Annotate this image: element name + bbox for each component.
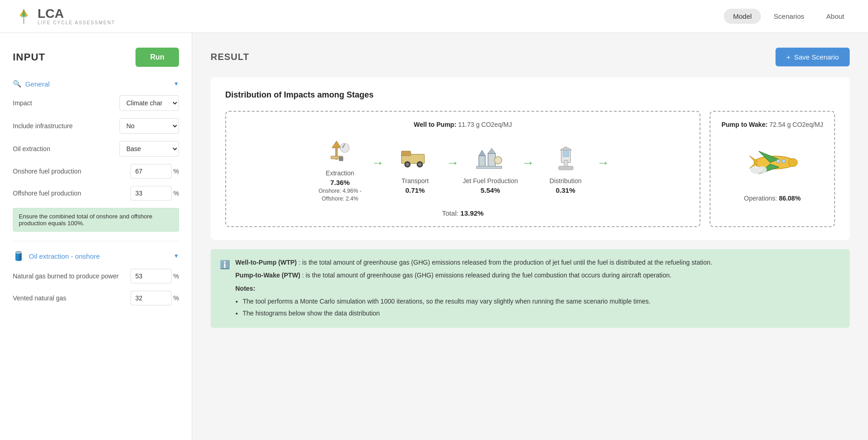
offshore-fuel-input[interactable] [130,186,172,201]
logo-text: LCA LIFE CYCLE ASSESSMENT [38,7,115,25]
oil-extraction-label: Oil extraction [13,145,119,152]
nav-model[interactable]: Model [724,9,761,24]
offshore-fuel-row: Offshore fuel production % [13,186,179,201]
notes-heading: Notes: [235,285,255,292]
arrow-1: → [371,156,384,170]
extraction-stage: Extraction 7.36% Onshore: 4.96% - Offsho… [313,137,368,202]
left-panel: INPUT Run 🔍 General ▼ Impact Climate cha… [0,33,192,440]
ptw-title: Pump to Wake: 72.54 g CO2eq/MJ [722,121,823,128]
total-row: Total: 13.92% [442,209,484,217]
extraction-sub1: Onshore: 4.96% - [319,188,362,194]
onshore-section-left: 🛢️ Oil extraction - onshore [13,250,100,261]
ptw-def-label: Pump-to-Wake (PTW) [235,272,300,279]
arrow-4: → [597,156,609,170]
note-1: The tool performs a Monte Carlo simulati… [243,296,712,306]
result-header: RESULT + Save Scenario [211,48,850,66]
jet-fuel-name: Jet Fuel Production [463,177,518,185]
onshore-fuel-label: Onshore fuel production [13,168,130,175]
vented-gas-row: Vented natural gas % [13,291,179,305]
plus-icon: + [787,53,791,61]
nav-scenarios[interactable]: Scenarios [765,9,814,24]
natural-gas-input[interactable] [130,269,172,283]
logo-subtitle-text: LIFE CYCLE ASSESSMENT [38,20,115,25]
ptw-label: Pump to Wake: [722,121,768,128]
total-value: 13.92% [461,209,484,217]
svg-rect-10 [401,151,411,156]
jet-fuel-icon [474,145,506,173]
extraction-name: Extraction [326,169,354,177]
nav-about[interactable]: About [817,9,853,24]
extraction-sub2: Offshore: 2.4% [322,196,358,202]
lca-logo-icon [15,7,33,26]
wtp-def-label: Well-to-Pump (WTP) [235,259,297,266]
jet-fuel-stage: Jet Fuel Production 5.54% [463,145,518,194]
app-header: LCA LIFE CYCLE ASSESSMENT Model Scenario… [0,0,868,33]
logo: LCA LIFE CYCLE ASSESSMENT [15,7,115,26]
oil-extraction-select[interactable]: Base [119,141,179,157]
svg-marker-18 [488,148,495,153]
svg-point-20 [494,157,502,164]
impact-label: Impact [13,99,119,107]
onshore-chevron-icon: ▼ [174,253,179,259]
total-label: Total: [442,209,459,217]
info-box: ℹ️ Well-to-Pump (WTP) : is the total amo… [211,249,850,328]
ptw-def-paragraph: Pump-to-Wake (PTW) : is the total amount… [235,270,712,280]
operations-label: Operations: [744,195,777,202]
input-header: INPUT Run [13,48,179,67]
distribution-icon [553,145,578,173]
svg-point-33 [776,159,780,163]
distribution-stage: Distribution 0.31% [538,145,593,194]
natural-gas-pct-symbol: % [174,272,179,280]
svg-point-12 [406,163,409,166]
svg-rect-19 [477,166,502,168]
info-content: Well-to-Pump (WTP) : is the total amount… [235,257,712,320]
notes-list: The tool performs a Monte Carlo simulati… [243,296,712,318]
offshore-fuel-input-group: % [130,186,179,201]
transport-name: Transport [401,177,429,185]
main-layout: INPUT Run 🔍 General ▼ Impact Climate cha… [0,33,868,440]
warning-box: Ensure the combined total of onshore and… [13,208,179,232]
save-scenario-label: Save Scenario [794,53,839,61]
svg-rect-22 [563,150,569,157]
include-infra-select[interactable]: No Yes [119,118,179,134]
wtp-def-text: : is the total amount of greenhouse gas … [298,259,712,266]
include-infra-label: Include infrastructure [13,122,119,130]
general-section-left: 🔍 General [13,80,49,88]
vented-gas-input[interactable] [130,291,172,305]
transport-stage: Transport 0.71% [388,145,443,194]
svg-rect-25 [559,166,573,170]
input-title: INPUT [13,51,45,63]
svg-marker-16 [479,150,485,156]
right-panel: RESULT + Save Scenario Distribution of I… [192,33,868,440]
offshore-fuel-label: Offshore fuel production [13,190,130,197]
extraction-icon [326,137,354,165]
wtp-label: Well to Pump: [414,121,456,128]
general-section-header[interactable]: 🔍 General ▼ [13,80,179,88]
general-label: General [25,80,49,88]
onshore-fuel-input[interactable] [130,164,172,179]
distribution-card: Distribution of Impacts among Stages Wel… [211,77,850,240]
impact-select[interactable]: Climate char [119,95,179,111]
search-icon: 🔍 [13,80,22,88]
svg-rect-15 [479,156,485,167]
include-infra-row: Include infrastructure No Yes [13,118,179,134]
run-button[interactable]: Run [136,48,179,67]
oil-extraction-row: Oil extraction Base [13,141,179,157]
svg-marker-4 [332,141,341,148]
transport-icon [399,145,431,173]
natural-gas-label: Natural gas burned to produce power [13,272,130,280]
vented-gas-label: Vented natural gas [13,294,130,302]
natural-gas-row: Natural gas burned to produce power % [13,269,179,283]
nav: Model Scenarios About [724,9,853,24]
svg-point-14 [418,163,421,166]
offshore-pct-symbol: % [174,190,179,197]
distribution-name: Distribution [549,177,581,185]
save-scenario-button[interactable]: + Save Scenario [776,48,850,66]
distribution-pct: 0.31% [556,186,575,194]
ptw-operations: Operations: 86.08% [744,195,801,202]
transport-pct: 0.71% [405,186,425,194]
wtp-def-paragraph: Well-to-Pump (WTP) : is the total amount… [235,257,712,267]
onshore-section-header[interactable]: 🛢️ Oil extraction - onshore ▼ [13,250,179,261]
stages-row: Extraction 7.36% Onshore: 4.96% - Offsho… [313,137,613,202]
arrow-2: → [446,156,459,170]
